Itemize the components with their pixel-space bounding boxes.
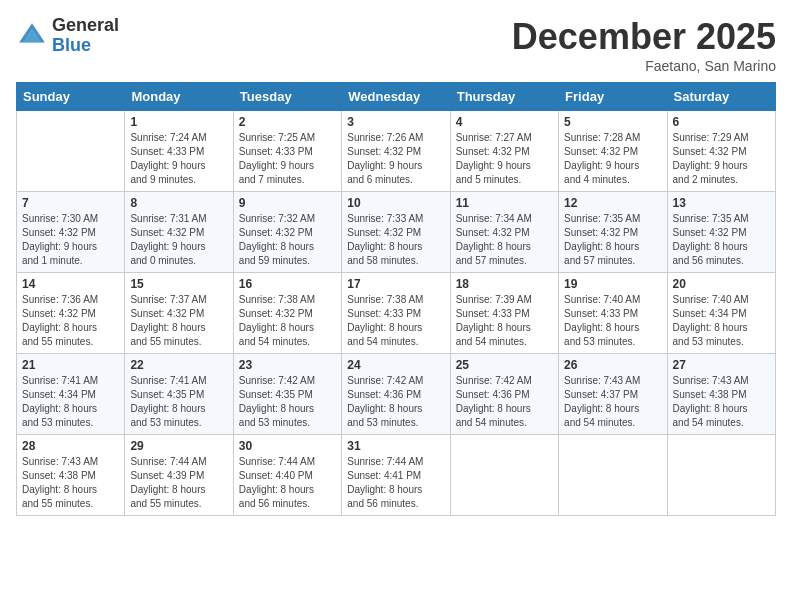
cell-info: Sunrise: 7:30 AMSunset: 4:32 PMDaylight:… [22,212,119,268]
logo-blue: Blue [52,36,119,56]
calendar-cell: 4Sunrise: 7:27 AMSunset: 4:32 PMDaylight… [450,111,558,192]
day-number: 20 [673,277,770,291]
header-day: Saturday [667,83,775,111]
calendar-cell: 18Sunrise: 7:39 AMSunset: 4:33 PMDayligh… [450,273,558,354]
calendar-cell: 27Sunrise: 7:43 AMSunset: 4:38 PMDayligh… [667,354,775,435]
cell-info: Sunrise: 7:29 AMSunset: 4:32 PMDaylight:… [673,131,770,187]
cell-info: Sunrise: 7:36 AMSunset: 4:32 PMDaylight:… [22,293,119,349]
header-row: SundayMondayTuesdayWednesdayThursdayFrid… [17,83,776,111]
calendar-cell: 31Sunrise: 7:44 AMSunset: 4:41 PMDayligh… [342,435,450,516]
day-number: 26 [564,358,661,372]
calendar-cell [450,435,558,516]
calendar-cell: 5Sunrise: 7:28 AMSunset: 4:32 PMDaylight… [559,111,667,192]
calendar-cell: 3Sunrise: 7:26 AMSunset: 4:32 PMDaylight… [342,111,450,192]
calendar-cell: 22Sunrise: 7:41 AMSunset: 4:35 PMDayligh… [125,354,233,435]
cell-info: Sunrise: 7:37 AMSunset: 4:32 PMDaylight:… [130,293,227,349]
calendar-cell: 17Sunrise: 7:38 AMSunset: 4:33 PMDayligh… [342,273,450,354]
calendar-cell: 9Sunrise: 7:32 AMSunset: 4:32 PMDaylight… [233,192,341,273]
cell-info: Sunrise: 7:35 AMSunset: 4:32 PMDaylight:… [673,212,770,268]
logo-general: General [52,16,119,36]
header-day: Sunday [17,83,125,111]
calendar-cell: 28Sunrise: 7:43 AMSunset: 4:38 PMDayligh… [17,435,125,516]
day-number: 24 [347,358,444,372]
cell-info: Sunrise: 7:44 AMSunset: 4:41 PMDaylight:… [347,455,444,511]
calendar-cell: 20Sunrise: 7:40 AMSunset: 4:34 PMDayligh… [667,273,775,354]
cell-info: Sunrise: 7:43 AMSunset: 4:37 PMDaylight:… [564,374,661,430]
cell-info: Sunrise: 7:40 AMSunset: 4:34 PMDaylight:… [673,293,770,349]
cell-info: Sunrise: 7:41 AMSunset: 4:34 PMDaylight:… [22,374,119,430]
calendar-cell: 8Sunrise: 7:31 AMSunset: 4:32 PMDaylight… [125,192,233,273]
day-number: 4 [456,115,553,129]
calendar-week: 21Sunrise: 7:41 AMSunset: 4:34 PMDayligh… [17,354,776,435]
calendar-cell: 26Sunrise: 7:43 AMSunset: 4:37 PMDayligh… [559,354,667,435]
day-number: 30 [239,439,336,453]
cell-info: Sunrise: 7:42 AMSunset: 4:35 PMDaylight:… [239,374,336,430]
day-number: 29 [130,439,227,453]
day-number: 8 [130,196,227,210]
cell-info: Sunrise: 7:25 AMSunset: 4:33 PMDaylight:… [239,131,336,187]
cell-info: Sunrise: 7:43 AMSunset: 4:38 PMDaylight:… [673,374,770,430]
calendar-cell [559,435,667,516]
calendar-week: 7Sunrise: 7:30 AMSunset: 4:32 PMDaylight… [17,192,776,273]
header-day: Monday [125,83,233,111]
calendar-cell: 25Sunrise: 7:42 AMSunset: 4:36 PMDayligh… [450,354,558,435]
cell-info: Sunrise: 7:44 AMSunset: 4:39 PMDaylight:… [130,455,227,511]
calendar-cell: 24Sunrise: 7:42 AMSunset: 4:36 PMDayligh… [342,354,450,435]
day-number: 27 [673,358,770,372]
cell-info: Sunrise: 7:39 AMSunset: 4:33 PMDaylight:… [456,293,553,349]
calendar-header: SundayMondayTuesdayWednesdayThursdayFrid… [17,83,776,111]
day-number: 16 [239,277,336,291]
day-number: 6 [673,115,770,129]
cell-info: Sunrise: 7:35 AMSunset: 4:32 PMDaylight:… [564,212,661,268]
header-day: Friday [559,83,667,111]
day-number: 2 [239,115,336,129]
day-number: 28 [22,439,119,453]
calendar-cell [17,111,125,192]
calendar-cell: 19Sunrise: 7:40 AMSunset: 4:33 PMDayligh… [559,273,667,354]
day-number: 23 [239,358,336,372]
day-number: 14 [22,277,119,291]
calendar-cell: 13Sunrise: 7:35 AMSunset: 4:32 PMDayligh… [667,192,775,273]
calendar-cell: 16Sunrise: 7:38 AMSunset: 4:32 PMDayligh… [233,273,341,354]
cell-info: Sunrise: 7:27 AMSunset: 4:32 PMDaylight:… [456,131,553,187]
calendar-cell: 10Sunrise: 7:33 AMSunset: 4:32 PMDayligh… [342,192,450,273]
day-number: 21 [22,358,119,372]
day-number: 22 [130,358,227,372]
cell-info: Sunrise: 7:41 AMSunset: 4:35 PMDaylight:… [130,374,227,430]
cell-info: Sunrise: 7:33 AMSunset: 4:32 PMDaylight:… [347,212,444,268]
day-number: 1 [130,115,227,129]
calendar-cell: 6Sunrise: 7:29 AMSunset: 4:32 PMDaylight… [667,111,775,192]
cell-info: Sunrise: 7:42 AMSunset: 4:36 PMDaylight:… [347,374,444,430]
calendar-week: 14Sunrise: 7:36 AMSunset: 4:32 PMDayligh… [17,273,776,354]
header-day: Thursday [450,83,558,111]
calendar-cell [667,435,775,516]
calendar-cell: 14Sunrise: 7:36 AMSunset: 4:32 PMDayligh… [17,273,125,354]
cell-info: Sunrise: 7:44 AMSunset: 4:40 PMDaylight:… [239,455,336,511]
calendar-week: 28Sunrise: 7:43 AMSunset: 4:38 PMDayligh… [17,435,776,516]
cell-info: Sunrise: 7:34 AMSunset: 4:32 PMDaylight:… [456,212,553,268]
day-number: 10 [347,196,444,210]
header-day: Wednesday [342,83,450,111]
day-number: 17 [347,277,444,291]
day-number: 31 [347,439,444,453]
page-header: General Blue December 2025 Faetano, San … [16,16,776,74]
cell-info: Sunrise: 7:43 AMSunset: 4:38 PMDaylight:… [22,455,119,511]
cell-info: Sunrise: 7:32 AMSunset: 4:32 PMDaylight:… [239,212,336,268]
title-block: December 2025 Faetano, San Marino [512,16,776,74]
cell-info: Sunrise: 7:24 AMSunset: 4:33 PMDaylight:… [130,131,227,187]
logo: General Blue [16,16,119,56]
header-day: Tuesday [233,83,341,111]
day-number: 25 [456,358,553,372]
day-number: 12 [564,196,661,210]
cell-info: Sunrise: 7:42 AMSunset: 4:36 PMDaylight:… [456,374,553,430]
day-number: 9 [239,196,336,210]
location: Faetano, San Marino [512,58,776,74]
logo-text: General Blue [52,16,119,56]
calendar-cell: 30Sunrise: 7:44 AMSunset: 4:40 PMDayligh… [233,435,341,516]
cell-info: Sunrise: 7:38 AMSunset: 4:33 PMDaylight:… [347,293,444,349]
calendar-cell: 15Sunrise: 7:37 AMSunset: 4:32 PMDayligh… [125,273,233,354]
calendar-cell: 11Sunrise: 7:34 AMSunset: 4:32 PMDayligh… [450,192,558,273]
calendar-cell: 21Sunrise: 7:41 AMSunset: 4:34 PMDayligh… [17,354,125,435]
calendar-table: SundayMondayTuesdayWednesdayThursdayFrid… [16,82,776,516]
cell-info: Sunrise: 7:26 AMSunset: 4:32 PMDaylight:… [347,131,444,187]
